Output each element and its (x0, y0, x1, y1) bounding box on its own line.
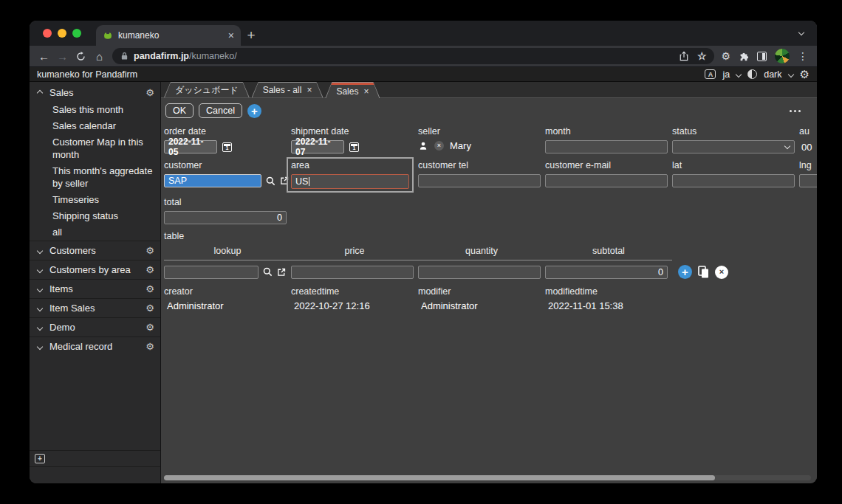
expand-chevron-icon[interactable] (37, 324, 43, 330)
external-link-icon[interactable] (280, 176, 289, 185)
customer-tel-input[interactable] (418, 174, 541, 187)
delete-row-icon[interactable]: × (715, 266, 728, 279)
area-input[interactable]: US (291, 174, 409, 189)
extensions-puzzle-icon[interactable] (739, 51, 749, 61)
theme-chevron-icon[interactable] (787, 71, 793, 77)
browser-menu-icon[interactable]: ⋮ (798, 50, 808, 62)
sidebar-section-medical-record[interactable]: Medical record ⚙ (30, 336, 160, 356)
section-gear-icon[interactable]: ⚙ (146, 303, 154, 313)
search-icon[interactable] (266, 176, 275, 186)
section-gear-icon[interactable]: ⚙ (146, 246, 154, 255)
expand-chevron-icon[interactable] (37, 266, 43, 272)
sidebar-item-all[interactable]: all (30, 224, 160, 241)
expand-chevron-icon[interactable] (37, 343, 43, 349)
sidebar-section-sales[interactable]: Sales ⚙ (30, 82, 160, 102)
expand-chevron-icon[interactable] (37, 247, 43, 253)
theme-select[interactable]: dark (764, 69, 781, 80)
sidebar-item-timeseries[interactable]: Timeseries (30, 192, 160, 208)
status-select[interactable] (672, 140, 795, 153)
section-gear-icon[interactable]: ⚙ (146, 88, 154, 97)
sidebar-item-sales-this-month[interactable]: Sales this month (30, 102, 160, 118)
minimize-window-button[interactable] (58, 29, 66, 38)
sidebar-item-sales-calendar[interactable]: Sales calendar (30, 118, 160, 134)
bookmark-star-icon[interactable]: ☆ (697, 50, 707, 62)
sidebar-item-aggredate-by-seller[interactable]: This month's aggredate by seller (30, 163, 160, 192)
expand-chevron-icon[interactable] (37, 286, 43, 291)
month-input[interactable] (545, 140, 668, 153)
language-chevron-icon[interactable] (736, 71, 742, 77)
share-icon[interactable] (680, 51, 688, 61)
subtotal-input[interactable]: 0 (545, 266, 668, 279)
sidebar-section-customers[interactable]: Customers ⚙ (30, 241, 160, 260)
tab-close-icon[interactable]: × (363, 87, 369, 96)
lat-input[interactable] (672, 174, 795, 187)
section-gear-icon[interactable]: ⚙ (146, 342, 154, 351)
calendar-icon[interactable]: 1 (349, 142, 359, 152)
forward-icon[interactable]: → (54, 48, 71, 65)
sidebar-item-customer-map[interactable]: Customer Map in this month (30, 134, 160, 163)
field-customer-email: customer e-mail (545, 160, 672, 189)
horizontal-scrollbar-thumb[interactable] (164, 475, 715, 480)
expand-chevron-icon[interactable] (37, 305, 43, 311)
address-bar[interactable]: pandafirm.jp/kumaneko/ ☆ (112, 48, 714, 64)
collapse-chevron-icon[interactable] (37, 89, 43, 95)
extension-gear-icon[interactable]: ⚙ (721, 51, 730, 61)
app-settings-gear-icon[interactable]: ⚙ (800, 69, 810, 80)
home-icon[interactable]: ⌂ (91, 48, 108, 65)
section-gear-icon[interactable]: ⚙ (146, 284, 154, 294)
extension-icons: ⚙ ⋮ (721, 49, 811, 63)
section-gear-icon[interactable]: ⚙ (146, 265, 154, 275)
sidebar-section-demo[interactable]: Demo ⚙ (30, 317, 160, 336)
field-customer-tel: customer tel (418, 160, 545, 189)
profile-avatar[interactable] (775, 49, 790, 63)
horizontal-scrollbar-track[interactable] (164, 475, 811, 480)
duplicate-row-icon[interactable] (698, 266, 709, 278)
customer-email-input[interactable] (545, 174, 668, 187)
browser-tab[interactable]: kumaneko × (96, 25, 241, 46)
lookup-input[interactable] (164, 266, 259, 279)
back-icon[interactable]: ← (35, 48, 52, 65)
add-row-button[interactable]: + (678, 265, 692, 279)
field-customer: customer SAP (164, 160, 291, 189)
tab-search-chevron-icon[interactable] (798, 30, 804, 35)
customer-input[interactable]: SAP (164, 174, 261, 187)
modifiedtime-value: 2022-11-01 15:38 (548, 300, 672, 311)
shipment-date-input[interactable]: 2022-11-07 (291, 140, 344, 153)
sidebar-section-customers-by-area[interactable]: Customers by area ⚙ (30, 260, 160, 279)
order-date-input[interactable]: 2022-11-05 (164, 140, 217, 153)
section-gear-icon[interactable]: ⚙ (146, 322, 154, 332)
reload-icon[interactable] (72, 48, 89, 65)
field-table: table lookup price quantity subtotal (164, 231, 817, 279)
remove-seller-icon[interactable]: × (434, 141, 444, 151)
record-tabbar: ダッシュボード Sales - all × Sales × (161, 82, 817, 98)
sidebar-item-shipping-status[interactable]: Shipping status (30, 208, 160, 224)
side-panel-icon[interactable] (757, 52, 767, 61)
tab-close-icon[interactable]: × (228, 30, 234, 41)
more-options-button[interactable] (790, 110, 801, 112)
total-input[interactable]: 0 (164, 211, 287, 224)
calendar-icon[interactable]: 1 (222, 142, 232, 152)
external-link-icon[interactable] (277, 268, 286, 277)
ok-button[interactable]: OK (165, 103, 194, 118)
price-input[interactable] (291, 266, 414, 279)
add-record-button[interactable]: + (247, 104, 261, 118)
new-tab-button[interactable]: + (241, 26, 261, 45)
tab-dashboard[interactable]: ダッシュボード (164, 82, 250, 97)
sidebar-section-item-sales[interactable]: Item Sales ⚙ (30, 298, 160, 317)
zoom-window-button[interactable] (72, 29, 81, 38)
field-modifier: modifier Administrator (418, 286, 545, 311)
cancel-button[interactable]: Cancel (199, 103, 242, 118)
tab-sales[interactable]: Sales × (325, 82, 380, 98)
tab-sales-all[interactable]: Sales - all × (252, 82, 324, 97)
sidebar-footer: + (30, 450, 160, 467)
close-window-button[interactable] (43, 29, 52, 38)
tab-close-icon[interactable]: × (307, 86, 312, 94)
sidebar-section-items[interactable]: Items ⚙ (30, 279, 160, 298)
record-actions: OK Cancel + (161, 98, 817, 122)
lng-input[interactable] (799, 174, 817, 187)
language-select[interactable]: ja (722, 69, 730, 80)
auto-number-value: 00 (799, 140, 817, 153)
quantity-input[interactable] (418, 266, 541, 279)
add-app-icon[interactable]: + (35, 454, 45, 463)
search-icon[interactable] (263, 267, 273, 277)
